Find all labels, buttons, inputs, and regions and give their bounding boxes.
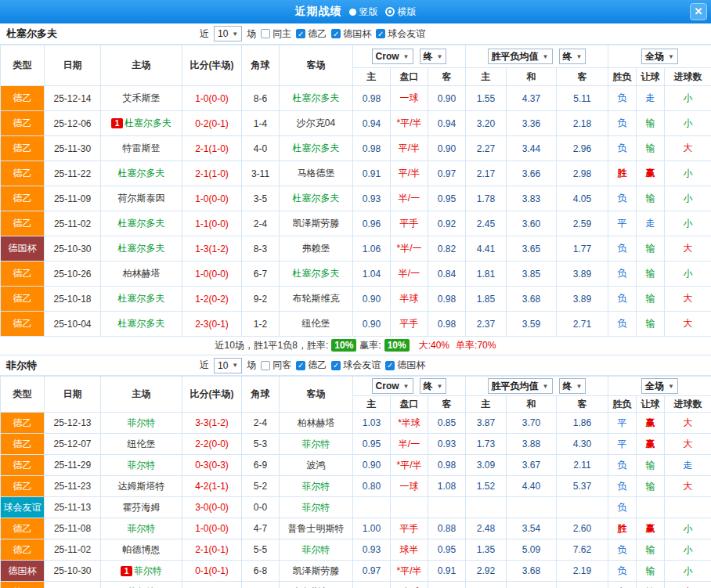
odds-away-cell: 0.93 [428, 434, 466, 455]
home-team-cell[interactable]: 1菲尔特 [101, 561, 182, 582]
home-team-cell[interactable]: 纽伦堡 [101, 434, 182, 455]
checkbox-icon [331, 29, 341, 38]
home-team-cell[interactable]: 杜塞尔多夫 [101, 236, 182, 262]
scope-select[interactable]: 全场 ▼ [641, 378, 678, 394]
filter-checkbox-league2[interactable]: 德乙 [296, 359, 327, 372]
company-select[interactable]: Crow ▼ [372, 49, 413, 64]
away-team-cell[interactable]: 普鲁士明斯特 [280, 518, 353, 539]
away-team-cell[interactable]: 卡尔斯鲁厄 [280, 582, 353, 588]
filter-checkbox-cup[interactable]: 德国杯 [331, 27, 371, 41]
home-team-cell[interactable]: 菲尔特 [101, 413, 182, 434]
score-cell: 2-2(0-0) [182, 434, 242, 455]
away-team-cell[interactable]: 布轮斯维克 [280, 287, 353, 312]
odds-home-cell: 0.90 [353, 287, 391, 312]
result-cell: 胜 [608, 161, 637, 186]
away-team-cell[interactable]: 杜塞尔多夫 [280, 186, 353, 211]
home-team-cell[interactable]: 菲尔特 [101, 455, 182, 476]
away-team-cell[interactable]: 杜塞尔多夫 [280, 262, 353, 287]
subcol-result: 胜负 [608, 68, 637, 86]
filter-checkbox-same-home[interactable]: 同主 [261, 27, 291, 41]
recent-count-select[interactable]: 10 ▼ [214, 358, 242, 373]
filter-checkbox-friendly[interactable]: 球会友谊 [376, 27, 425, 41]
home-team-cell[interactable]: 菲尔特 [101, 518, 182, 539]
home-team-cell[interactable]: 杜塞尔多夫 [101, 161, 182, 186]
company-final-select[interactable]: 终 ▼ [420, 49, 447, 64]
chevron-down-icon: ▼ [576, 53, 583, 60]
away-team-cell[interactable]: 凯泽斯劳滕 [280, 211, 353, 236]
corners-cell: 8-6 [242, 86, 280, 111]
radio-vertical-layout[interactable]: 竖版 [349, 5, 378, 19]
home-team-cell[interactable]: 霍芬海姆 [101, 497, 182, 518]
avg-draw-cell: 3.75 [507, 582, 557, 588]
away-team-cell[interactable]: 凯泽斯劳滕 [280, 561, 353, 582]
away-team-cell[interactable]: 波鸿 [280, 455, 353, 476]
match-row: 德乙25-12-061杜塞尔多夫0-2(0-1)1-4沙尔克040.94*平/半… [1, 111, 711, 136]
company-final-select[interactable]: 终 ▼ [420, 378, 447, 394]
odds-home-cell: 1.03 [353, 413, 391, 434]
away-team-cell[interactable]: 杜塞尔多夫 [280, 136, 353, 161]
col-away: 客场 [280, 377, 353, 413]
chevron-down-icon: ▼ [543, 53, 549, 60]
home-team-cell[interactable]: 杜塞尔多夫 [101, 211, 182, 236]
avg-home-cell: 3.87 [466, 413, 507, 434]
avg-home-cell: 2.17 [466, 161, 507, 186]
avg-final-select[interactable]: 终 ▼ [559, 378, 586, 394]
radio-horizontal-layout[interactable]: 横版 [385, 5, 417, 19]
handicap-result-cell: 输 [637, 262, 665, 287]
match-date-cell: 25-12-06 [45, 111, 101, 136]
close-button[interactable]: ✕ [690, 3, 707, 20]
away-team-cell[interactable]: 柏林赫塔 [280, 413, 353, 434]
avg-select[interactable]: 胜平负均值 ▼ [488, 378, 553, 394]
filter-checkbox-cup[interactable]: 德国杯 [385, 359, 425, 372]
home-team-cell[interactable]: 达姆斯塔特 [101, 476, 182, 497]
handicap-result-cell: 走 [637, 86, 665, 111]
team-label: 杜塞尔多夫 [293, 268, 340, 279]
filter-checkbox-league2[interactable]: 德乙 [296, 27, 327, 41]
team-label: 菲尔特 [128, 417, 156, 428]
result-cell: 负 [608, 539, 637, 561]
recent-count-select[interactable]: 10 ▼ [214, 26, 242, 41]
home-team-cell[interactable]: 柏林赫塔 [101, 262, 182, 287]
company-select[interactable]: Crow ▼ [372, 378, 413, 394]
filter-checkbox-friendly[interactable]: 球会友谊 [331, 359, 381, 372]
scope-group-header: 全场 ▼ [608, 45, 711, 68]
away-team-cell[interactable]: 菲尔特 [280, 497, 353, 518]
away-team-cell[interactable]: 马格德堡 [280, 161, 353, 186]
home-team-cell[interactable]: 艾禾斯堡 [101, 86, 182, 111]
result-cell: 胜 [608, 518, 637, 539]
checkbox-icon [261, 29, 270, 38]
games-label: 场 [247, 27, 256, 41]
home-team-cell[interactable]: 帕德博恩 [101, 539, 182, 561]
away-team-cell[interactable]: 弗赖堡 [280, 236, 353, 262]
away-team-cell[interactable]: 菲尔特 [280, 539, 353, 561]
team-label: 艾禾斯堡 [123, 92, 161, 103]
scope-select[interactable]: 全场 ▼ [641, 49, 678, 64]
home-team-cell[interactable]: 荷尔斯泰因 [101, 186, 182, 211]
home-team-cell[interactable]: 菲尔特 [101, 582, 182, 588]
odds-away-cell: 0.90 [428, 136, 466, 161]
home-team-cell[interactable]: 特雷斯登 [101, 136, 182, 161]
avg-select[interactable]: 胜平负均值 ▼ [488, 49, 553, 64]
team-label: 杜塞尔多夫 [293, 193, 340, 204]
handicap-result-cell: 赢 [637, 161, 665, 186]
away-team-cell[interactable]: 沙尔克04 [280, 111, 353, 136]
away-team-cell[interactable]: 菲尔特 [280, 476, 353, 497]
away-team-cell[interactable]: 杜塞尔多夫 [280, 86, 353, 111]
match-type-cell: 德乙 [1, 434, 45, 455]
match-type-cell: 德乙 [1, 186, 45, 211]
home-team-cell[interactable]: 杜塞尔多夫 [101, 287, 182, 312]
scope-select-value: 全场 [645, 50, 664, 63]
avg-draw-cell: 3.59 [507, 312, 557, 337]
filter-checkbox-same-away[interactable]: 同客 [261, 359, 291, 372]
match-row: 德国杯25-10-301菲尔特0-1(0-1)6-8凯泽斯劳滕0.97*平/半0… [1, 561, 711, 582]
team-label: 菲尔特 [302, 481, 330, 492]
match-row: 德乙25-10-25菲尔特1-4(0-2)9-5卡尔斯鲁厄0.86*半球1.02… [1, 582, 711, 588]
home-team-cell[interactable]: 杜塞尔多夫 [101, 312, 182, 337]
avg-final-select[interactable]: 终 ▼ [559, 49, 586, 64]
match-row: 德乙25-11-30特雷斯登2-1(1-0)4-0杜塞尔多夫0.98平/半0.9… [1, 136, 711, 161]
away-team-cell[interactable]: 菲尔特 [280, 434, 353, 455]
team-label: 杜塞尔多夫 [118, 218, 165, 229]
matches-table: 类型 日期 主场 比分(半场) 角球 客场 Crow ▼ 终 ▼ [0, 376, 711, 588]
away-team-cell[interactable]: 纽伦堡 [280, 312, 353, 337]
home-team-cell[interactable]: 1杜塞尔多夫 [101, 111, 182, 136]
